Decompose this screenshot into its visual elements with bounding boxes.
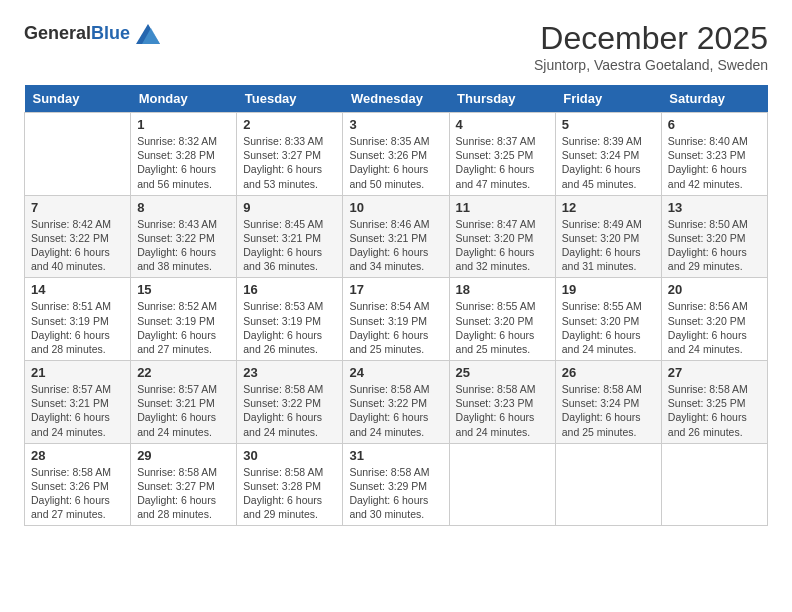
calendar-cell: 22Sunrise: 8:57 AMSunset: 3:21 PMDayligh…	[131, 361, 237, 444]
day-number: 6	[668, 117, 761, 132]
day-number: 27	[668, 365, 761, 380]
calendar-cell: 11Sunrise: 8:47 AMSunset: 3:20 PMDayligh…	[449, 195, 555, 278]
calendar-cell: 9Sunrise: 8:45 AMSunset: 3:21 PMDaylight…	[237, 195, 343, 278]
day-info: Sunrise: 8:43 AMSunset: 3:22 PMDaylight:…	[137, 217, 230, 274]
calendar-cell: 26Sunrise: 8:58 AMSunset: 3:24 PMDayligh…	[555, 361, 661, 444]
day-info: Sunrise: 8:33 AMSunset: 3:27 PMDaylight:…	[243, 134, 336, 191]
calendar-cell	[555, 443, 661, 526]
calendar-cell: 15Sunrise: 8:52 AMSunset: 3:19 PMDayligh…	[131, 278, 237, 361]
day-number: 10	[349, 200, 442, 215]
calendar-cell: 12Sunrise: 8:49 AMSunset: 3:20 PMDayligh…	[555, 195, 661, 278]
day-number: 3	[349, 117, 442, 132]
location: Sjuntorp, Vaestra Goetaland, Sweden	[534, 57, 768, 73]
day-info: Sunrise: 8:53 AMSunset: 3:19 PMDaylight:…	[243, 299, 336, 356]
day-number: 19	[562, 282, 655, 297]
calendar-cell: 2Sunrise: 8:33 AMSunset: 3:27 PMDaylight…	[237, 113, 343, 196]
day-info: Sunrise: 8:45 AMSunset: 3:21 PMDaylight:…	[243, 217, 336, 274]
day-info: Sunrise: 8:37 AMSunset: 3:25 PMDaylight:…	[456, 134, 549, 191]
day-number: 5	[562, 117, 655, 132]
calendar-week-row: 21Sunrise: 8:57 AMSunset: 3:21 PMDayligh…	[25, 361, 768, 444]
day-info: Sunrise: 8:46 AMSunset: 3:21 PMDaylight:…	[349, 217, 442, 274]
day-number: 22	[137, 365, 230, 380]
logo: GeneralBlue	[24, 20, 160, 48]
day-info: Sunrise: 8:52 AMSunset: 3:19 PMDaylight:…	[137, 299, 230, 356]
day-number: 16	[243, 282, 336, 297]
day-info: Sunrise: 8:55 AMSunset: 3:20 PMDaylight:…	[562, 299, 655, 356]
calendar-cell: 13Sunrise: 8:50 AMSunset: 3:20 PMDayligh…	[661, 195, 767, 278]
month-title: December 2025	[534, 20, 768, 57]
day-info: Sunrise: 8:58 AMSunset: 3:28 PMDaylight:…	[243, 465, 336, 522]
day-info: Sunrise: 8:47 AMSunset: 3:20 PMDaylight:…	[456, 217, 549, 274]
day-header-wednesday: Wednesday	[343, 85, 449, 113]
day-number: 8	[137, 200, 230, 215]
day-info: Sunrise: 8:58 AMSunset: 3:22 PMDaylight:…	[349, 382, 442, 439]
day-header-friday: Friday	[555, 85, 661, 113]
day-number: 14	[31, 282, 124, 297]
calendar-cell: 4Sunrise: 8:37 AMSunset: 3:25 PMDaylight…	[449, 113, 555, 196]
day-number: 1	[137, 117, 230, 132]
day-number: 24	[349, 365, 442, 380]
day-header-sunday: Sunday	[25, 85, 131, 113]
day-header-monday: Monday	[131, 85, 237, 113]
day-number: 18	[456, 282, 549, 297]
calendar-cell: 17Sunrise: 8:54 AMSunset: 3:19 PMDayligh…	[343, 278, 449, 361]
day-header-saturday: Saturday	[661, 85, 767, 113]
day-number: 9	[243, 200, 336, 215]
day-info: Sunrise: 8:55 AMSunset: 3:20 PMDaylight:…	[456, 299, 549, 356]
day-number: 13	[668, 200, 761, 215]
calendar-cell: 6Sunrise: 8:40 AMSunset: 3:23 PMDaylight…	[661, 113, 767, 196]
calendar-week-row: 28Sunrise: 8:58 AMSunset: 3:26 PMDayligh…	[25, 443, 768, 526]
day-info: Sunrise: 8:39 AMSunset: 3:24 PMDaylight:…	[562, 134, 655, 191]
calendar-cell: 29Sunrise: 8:58 AMSunset: 3:27 PMDayligh…	[131, 443, 237, 526]
day-number: 4	[456, 117, 549, 132]
calendar-cell: 1Sunrise: 8:32 AMSunset: 3:28 PMDaylight…	[131, 113, 237, 196]
logo-general-text: GeneralBlue	[24, 24, 130, 44]
calendar-cell: 7Sunrise: 8:42 AMSunset: 3:22 PMDaylight…	[25, 195, 131, 278]
day-info: Sunrise: 8:40 AMSunset: 3:23 PMDaylight:…	[668, 134, 761, 191]
day-number: 30	[243, 448, 336, 463]
day-header-tuesday: Tuesday	[237, 85, 343, 113]
calendar-cell: 20Sunrise: 8:56 AMSunset: 3:20 PMDayligh…	[661, 278, 767, 361]
calendar-cell: 24Sunrise: 8:58 AMSunset: 3:22 PMDayligh…	[343, 361, 449, 444]
calendar-cell: 18Sunrise: 8:55 AMSunset: 3:20 PMDayligh…	[449, 278, 555, 361]
day-number: 2	[243, 117, 336, 132]
day-info: Sunrise: 8:57 AMSunset: 3:21 PMDaylight:…	[137, 382, 230, 439]
day-info: Sunrise: 8:58 AMSunset: 3:27 PMDaylight:…	[137, 465, 230, 522]
header: GeneralBlue December 2025 Sjuntorp, Vaes…	[24, 20, 768, 73]
day-number: 15	[137, 282, 230, 297]
day-header-thursday: Thursday	[449, 85, 555, 113]
day-info: Sunrise: 8:58 AMSunset: 3:24 PMDaylight:…	[562, 382, 655, 439]
day-info: Sunrise: 8:57 AMSunset: 3:21 PMDaylight:…	[31, 382, 124, 439]
calendar-week-row: 1Sunrise: 8:32 AMSunset: 3:28 PMDaylight…	[25, 113, 768, 196]
calendar-cell: 28Sunrise: 8:58 AMSunset: 3:26 PMDayligh…	[25, 443, 131, 526]
calendar-cell: 10Sunrise: 8:46 AMSunset: 3:21 PMDayligh…	[343, 195, 449, 278]
day-number: 23	[243, 365, 336, 380]
calendar-cell	[25, 113, 131, 196]
day-info: Sunrise: 8:58 AMSunset: 3:26 PMDaylight:…	[31, 465, 124, 522]
day-number: 31	[349, 448, 442, 463]
day-info: Sunrise: 8:58 AMSunset: 3:29 PMDaylight:…	[349, 465, 442, 522]
calendar-cell	[449, 443, 555, 526]
day-info: Sunrise: 8:35 AMSunset: 3:26 PMDaylight:…	[349, 134, 442, 191]
day-number: 28	[31, 448, 124, 463]
day-number: 7	[31, 200, 124, 215]
calendar-cell: 30Sunrise: 8:58 AMSunset: 3:28 PMDayligh…	[237, 443, 343, 526]
day-number: 21	[31, 365, 124, 380]
calendar-cell: 3Sunrise: 8:35 AMSunset: 3:26 PMDaylight…	[343, 113, 449, 196]
calendar-cell: 21Sunrise: 8:57 AMSunset: 3:21 PMDayligh…	[25, 361, 131, 444]
day-number: 11	[456, 200, 549, 215]
day-info: Sunrise: 8:50 AMSunset: 3:20 PMDaylight:…	[668, 217, 761, 274]
day-info: Sunrise: 8:49 AMSunset: 3:20 PMDaylight:…	[562, 217, 655, 274]
day-number: 26	[562, 365, 655, 380]
day-number: 29	[137, 448, 230, 463]
day-number: 12	[562, 200, 655, 215]
day-info: Sunrise: 8:51 AMSunset: 3:19 PMDaylight:…	[31, 299, 124, 356]
calendar-cell: 5Sunrise: 8:39 AMSunset: 3:24 PMDaylight…	[555, 113, 661, 196]
day-number: 17	[349, 282, 442, 297]
calendar-header-row: SundayMondayTuesdayWednesdayThursdayFrid…	[25, 85, 768, 113]
day-info: Sunrise: 8:58 AMSunset: 3:23 PMDaylight:…	[456, 382, 549, 439]
calendar-week-row: 7Sunrise: 8:42 AMSunset: 3:22 PMDaylight…	[25, 195, 768, 278]
calendar-table: SundayMondayTuesdayWednesdayThursdayFrid…	[24, 85, 768, 526]
day-number: 20	[668, 282, 761, 297]
calendar-cell: 27Sunrise: 8:58 AMSunset: 3:25 PMDayligh…	[661, 361, 767, 444]
